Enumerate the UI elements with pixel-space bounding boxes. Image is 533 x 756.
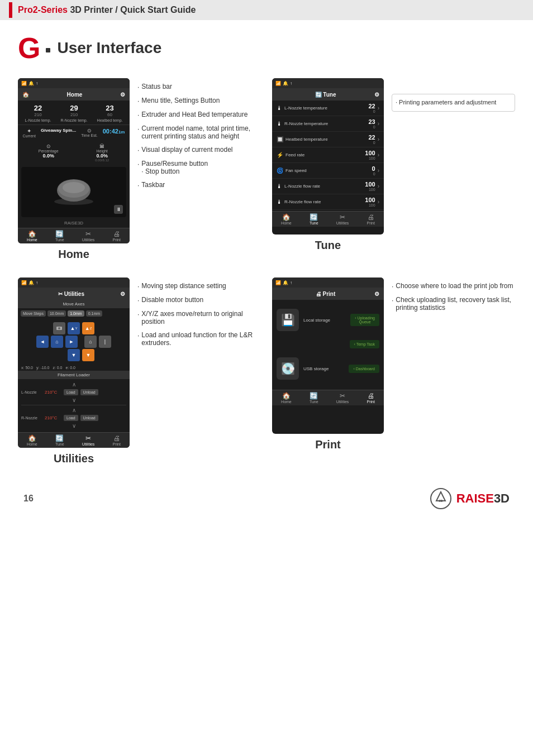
util-task-utilities[interactable]: ✂ Utilities [82, 434, 95, 446]
home-settings-icon[interactable]: ⚙ [120, 92, 125, 98]
tune-row-feed[interactable]: ⚡ Feed rate 100 100 › [272, 147, 384, 163]
tune-taskbar: 🏠 Home 🔄 Tune ✂ Utilities 🖨 [272, 211, 384, 227]
step-01mm[interactable]: 0.1mm [86, 310, 102, 317]
motor-disable-btn[interactable] [53, 322, 65, 334]
e-ctrl-btn[interactable]: | [99, 336, 111, 348]
tune-row-l-flow[interactable]: 🌡 L-Nozzle flow rate 100 100 › [272, 179, 384, 194]
print-menu-area: 💾 Local storage ‹ UploadingQueue [272, 300, 384, 389]
section-title: User Interface [57, 39, 161, 57]
tune-task-tune[interactable]: 🔄 Tune [310, 213, 318, 225]
home-info-row-2: ⊙ Percentage 0.0% 🏛 Height 0.0% 0.00/8.1… [18, 141, 130, 165]
temp-task-row: ‹ Temp Task [277, 340, 379, 348]
tune-row-heatbed[interactable]: 🔲 Heatbed temperature 22 0 › [272, 132, 384, 147]
task-tune[interactable]: 🔄 Tune [55, 230, 64, 242]
annotation-moving-step: · Moving step distance setting [137, 282, 261, 290]
home-z-btn[interactable]: ⌂ [84, 336, 97, 348]
raise3d-logo-icon: 3D [430, 487, 452, 510]
tune-mockup-wrapper: 📶 🔔 ↑ 🔄 Tune ⚙ 🌡 L-Nozzle te [272, 78, 384, 252]
tune-settings-icon[interactable]: ⚙ [374, 92, 379, 98]
util-move-steps: Move Steps 10.0mm 1.0mm 0.1mm [18, 308, 130, 319]
print-label: Print [315, 438, 341, 451]
tune-row-l-nozzle[interactable]: 🌡 L-Nozzle temperature 22 0 › [272, 101, 384, 116]
header-subtitle: / Quick Start Guide [115, 5, 196, 15]
usb-storage-label: USB storage [303, 366, 329, 371]
section-heading: G User Interface [18, 34, 515, 63]
annotation-visual: · Visual display of current model [137, 146, 261, 154]
bottom-ui-grid: 📶 🔔 ↑ ✂ Utilities ⚙ Move Axes [18, 277, 515, 465]
section-letter: G [18, 34, 40, 63]
util-task-print[interactable]: 🖨 Print [113, 434, 121, 446]
step-label: Move Steps [21, 310, 46, 317]
utilities-screen-mockup: 📶 🔔 ↑ ✂ Utilities ⚙ Move Axes [18, 277, 130, 448]
task-utilities[interactable]: ✂ Utilities [82, 230, 95, 242]
pause-icon[interactable]: ⏸ [114, 205, 123, 214]
z-minus-btn[interactable]: ▼ [82, 349, 94, 361]
annotation-pause: · Pause/Resume button· Stop button [137, 160, 261, 175]
home-label: Home [58, 248, 89, 261]
svg-point-3 [63, 182, 85, 193]
l-nozzle-unload-btn[interactable]: Unload [80, 389, 98, 395]
usb-storage-icon: 💽 [277, 357, 299, 380]
tune-section: 📶 🔔 ↑ 🔄 Tune ⚙ 🌡 L-Nozzle te [272, 78, 515, 261]
y-minus-btn[interactable]: ▼ [68, 349, 80, 361]
util-settings-icon[interactable]: ⚙ [120, 291, 125, 297]
r-nozzle-load-btn[interactable]: Load [64, 415, 78, 421]
temp-r-nozzle: 29 210 R-Nozzle temp. [60, 104, 87, 122]
tune-task-utilities[interactable]: ✂ Utilities [336, 213, 349, 225]
uploading-queue-btn[interactable]: ‹ UploadingQueue [350, 314, 379, 326]
annotation-disable-motor: · Disable motor button [137, 296, 261, 304]
print-task-print[interactable]: 🖨 Print [367, 392, 375, 404]
print-screen-mockup: 📶 🔔 ↑ 🖨 Print ⚙ [272, 277, 384, 434]
tune-screen-mockup: 📶 🔔 ↑ 🔄 Tune ⚙ 🌡 L-Nozzle te [272, 78, 384, 235]
z-plus-btn[interactable]: ▲Z [82, 322, 94, 334]
print-taskbar: 🏠 Home 🔄 Tune ✂ Utilities 🖨 [272, 390, 384, 405]
svg-point-5 [58, 327, 60, 329]
print-settings-icon[interactable]: ⚙ [374, 291, 379, 297]
tune-task-home[interactable]: 🏠 Home [281, 213, 292, 225]
tune-row-fan[interactable]: 🌀 Fan speed 0 0 › [272, 163, 384, 179]
annotation-taskbar: · Taskbar [137, 181, 261, 189]
home-model-area: ⏸ [21, 167, 126, 217]
home-annotations: · Status bar · Menu title, Settings Butt… [137, 78, 261, 189]
util-axes: ▲Y ▲Z ◄ ⌂ ► ⌂ | ▼ [18, 319, 130, 365]
util-task-home[interactable]: 🏠 Home [27, 434, 37, 446]
home-all-btn[interactable]: ⌂ [51, 336, 63, 348]
print-side-buttons-top: ‹ UploadingQueue [350, 314, 379, 326]
util-task-tune[interactable]: 🔄 Tune [55, 434, 64, 446]
step-10mm[interactable]: 10.0mm [47, 310, 66, 317]
print-annotations: · Choose where to load the print job fro… [392, 277, 515, 312]
usb-storage-row[interactable]: 💽 USB storage ‹ Dashboard [277, 357, 379, 380]
temp-task-btn[interactable]: ‹ Temp Task [350, 340, 379, 348]
tune-task-print[interactable]: 🖨 Print [367, 213, 375, 225]
l-nozzle-load-btn[interactable]: Load [64, 389, 78, 395]
l-nozzle-filament: L-Nozzle 210°C Load Unload [21, 389, 126, 395]
model-3d-view [51, 176, 96, 207]
dashboard-btn[interactable]: ‹ Dashboard [349, 365, 379, 373]
print-section: 📶 🔔 ↑ 🖨 Print ⚙ [272, 277, 515, 465]
task-home[interactable]: 🏠 Home [27, 230, 37, 242]
step-1mm[interactable]: 1.0mm [68, 310, 84, 317]
home-mockup-wrapper: 📶 🔔 ↑ 🏠 Home ⚙ [18, 78, 130, 261]
x-minus-btn[interactable]: ◄ [36, 336, 49, 348]
util-move-axes-title: Move Axes [18, 300, 130, 308]
print-task-tune[interactable]: 🔄 Tune [310, 392, 318, 404]
print-task-home[interactable]: 🏠 Home [281, 392, 292, 404]
header-title: Pro2-Series 3D Printer / Quick Start Gui… [18, 5, 196, 15]
utilities-label: Utilities [54, 452, 94, 465]
y-plus-btn[interactable]: ▲Y [68, 322, 80, 334]
utilities-annotations: · Moving step distance setting · Disable… [137, 277, 261, 347]
tune-row-r-nozzle[interactable]: 🌡 R-Nozzle temperature 23 0 › [272, 116, 384, 132]
page-content: G User Interface 📶 🔔 ↑ [0, 20, 533, 523]
annotation-xyz-axes: · X/Y/Z axes move/return to original pos… [137, 310, 261, 326]
header-accent [9, 2, 12, 18]
annotation-model-name: · Current model name, total print time, … [137, 125, 261, 140]
task-print[interactable]: 🖨 Print [113, 230, 121, 242]
r-nozzle-unload-btn[interactable]: Unload [80, 415, 98, 421]
page-number: 16 [23, 494, 34, 504]
print-task-utilities[interactable]: ✂ Utilities [336, 392, 349, 404]
local-storage-label: Local storage [303, 318, 330, 323]
home-taskbar: 🏠 Home 🔄 Tune ✂ Utilities 🖨 [18, 228, 130, 243]
tune-row-r-flow[interactable]: 🌡 R-Nozzle flow rate 100 100 › [272, 194, 384, 210]
local-storage-row[interactable]: 💾 Local storage ‹ UploadingQueue [277, 309, 379, 331]
x-plus-btn[interactable]: ► [65, 336, 78, 348]
